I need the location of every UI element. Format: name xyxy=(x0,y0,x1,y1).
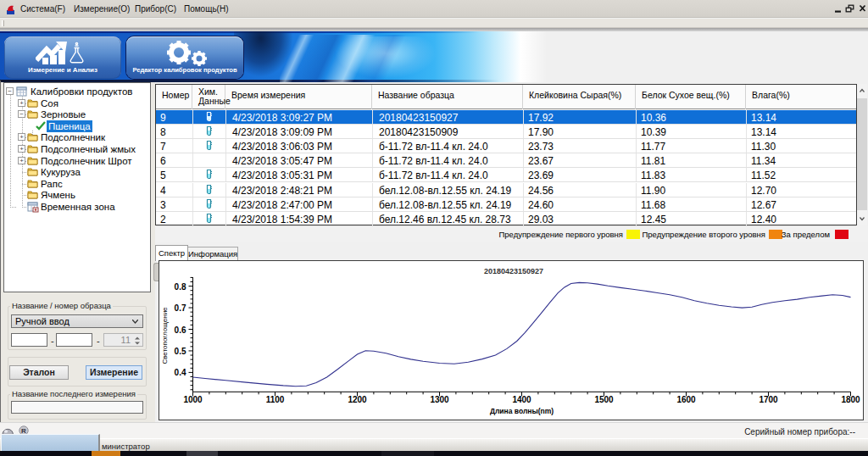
svg-text:0.8: 0.8 xyxy=(175,282,186,292)
svg-text:1600: 1600 xyxy=(676,395,696,404)
svg-text:1100: 1100 xyxy=(266,395,285,404)
svg-text:1400: 1400 xyxy=(512,395,531,404)
svg-text:0.7: 0.7 xyxy=(175,303,186,313)
svg-text:1800: 1800 xyxy=(841,395,860,404)
svg-text:0.5: 0.5 xyxy=(175,347,186,356)
svg-text:1500: 1500 xyxy=(594,395,614,404)
svg-text:20180423150927: 20180423150927 xyxy=(484,267,543,275)
svg-text:1300: 1300 xyxy=(430,395,449,404)
svg-text:1200: 1200 xyxy=(348,395,367,404)
svg-text:1700: 1700 xyxy=(759,395,778,404)
svg-text:0.4: 0.4 xyxy=(175,368,186,377)
svg-text:Длина волны(nm): Длина волны(nm) xyxy=(490,407,554,415)
svg-text:Светопоглощение: Светопоглощение xyxy=(161,307,169,364)
svg-text:0.6: 0.6 xyxy=(175,325,186,335)
svg-text:1000: 1000 xyxy=(183,395,203,404)
